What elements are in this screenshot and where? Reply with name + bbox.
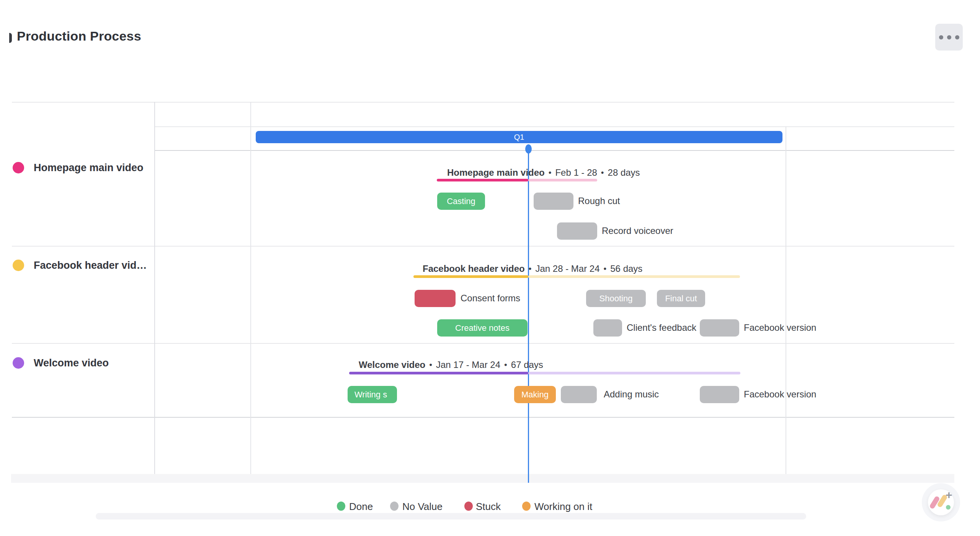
quarter-bar: Q1 — [256, 131, 782, 143]
group-progress-remaining — [528, 275, 740, 278]
legend-label-no-value: No Value — [402, 501, 443, 513]
task-label: Casting — [447, 196, 475, 206]
task-label-adding-music: Adding music — [604, 389, 659, 400]
group-color-dot — [13, 260, 24, 271]
group-progress-done — [413, 275, 528, 278]
task-bar-clients-feedback[interactable] — [593, 319, 622, 337]
column-divider — [154, 102, 155, 483]
group-duration: 67 days — [511, 360, 543, 370]
legend-dot-working-on-it — [522, 502, 531, 511]
group-progress-remaining — [528, 372, 740, 374]
legend-label-done: Done — [349, 501, 373, 513]
group-dates: Jan 28 - Mar 24 — [535, 263, 599, 274]
group-dates: Feb 1 - 28 — [555, 167, 597, 178]
bullet-separator: • — [604, 264, 607, 274]
group-name: Homepage main video — [447, 167, 545, 178]
legend-label-working-on-it: Working on it — [534, 501, 592, 513]
row-separator — [12, 246, 954, 247]
clipped-text-fragment — [9, 33, 12, 43]
quarter-label: Q1 — [514, 133, 524, 142]
group-color-dot — [13, 162, 24, 173]
group-duration: 28 days — [608, 167, 640, 178]
task-label: Writing s — [354, 390, 387, 400]
widget-menu-button[interactable] — [935, 24, 963, 51]
card-bottom-shadow — [96, 513, 806, 520]
group-header: Homepage main video • Feb 1 - 28 • 28 da… — [447, 167, 640, 178]
group-header: Welcome video • Jan 17 - Mar 24 • 67 day… — [359, 360, 543, 370]
bullet-separator: • — [429, 360, 432, 370]
footer-band — [11, 474, 954, 483]
group-duration: 56 days — [610, 263, 642, 274]
legend-dot-no-value — [390, 502, 399, 511]
group-header: Facebook header video • Jan 28 - Mar 24 … — [423, 263, 642, 274]
ellipsis-icon — [939, 35, 943, 39]
task-bar-rough-cut[interactable] — [534, 193, 573, 210]
task-label-facebook-version-2: Facebook version — [744, 389, 816, 400]
group-progress-done — [349, 372, 528, 374]
add-widget-button[interactable]: + — [928, 489, 954, 515]
column-divider — [250, 102, 251, 483]
task-label-consent-forms: Consent forms — [461, 293, 520, 304]
task-bar-facebook-version[interactable] — [700, 319, 739, 337]
task-bar-shooting[interactable]: Shooting — [586, 290, 646, 307]
task-label: Shooting — [599, 294, 633, 304]
today-line — [528, 149, 529, 483]
task-label-rough-cut: Rough cut — [578, 196, 620, 206]
task-label: Creative notes — [455, 323, 510, 333]
today-marker-dot[interactable] — [525, 144, 532, 154]
task-label-clients-feedback: Client's feedback — [627, 322, 696, 333]
task-bar-consent-forms[interactable] — [415, 290, 456, 307]
grid-line — [154, 126, 954, 127]
group-name: Welcome video — [359, 360, 425, 370]
task-label: Making — [521, 390, 549, 400]
gantt-widget: Production Process Q1 Homepage main vide… — [0, 0, 980, 536]
grid-line — [154, 150, 954, 151]
row-separator — [12, 417, 954, 418]
bullet-separator: • — [549, 168, 552, 178]
task-bar-record-voiceover[interactable] — [557, 222, 597, 240]
task-bar-facebook-version-2[interactable] — [700, 386, 739, 403]
bullet-separator: • — [504, 360, 507, 370]
sidebar-item-facebook-header-video[interactable]: Facebook header vid… — [34, 260, 147, 271]
sidebar-item-welcome-video[interactable]: Welcome video — [34, 357, 109, 369]
bullet-separator: • — [601, 168, 604, 178]
legend-label-stuck: Stuck — [476, 501, 501, 513]
task-label: Final cut — [665, 294, 697, 304]
grid-line-vertical — [786, 126, 786, 483]
bullet-separator: • — [529, 264, 532, 274]
group-dates: Jan 17 - Mar 24 — [436, 360, 500, 370]
plus-icon: + — [946, 489, 952, 502]
grid-line-top — [12, 102, 954, 103]
task-bar-writing-script[interactable]: Writing s — [348, 386, 397, 403]
task-label-record-voiceover: Record voiceover — [602, 226, 673, 236]
group-progress-remaining — [528, 179, 597, 181]
task-bar-casting[interactable]: Casting — [437, 193, 485, 210]
sidebar-item-homepage-main-video[interactable]: Homepage main video — [34, 162, 144, 174]
task-bar-creative-notes[interactable]: Creative notes — [437, 319, 528, 337]
task-bar-adding-music[interactable] — [561, 386, 597, 403]
task-bar-making[interactable]: Making — [514, 386, 556, 403]
legend-dot-stuck — [464, 502, 473, 511]
row-separator — [12, 343, 954, 344]
legend-dot-done — [337, 502, 345, 511]
group-color-dot — [13, 357, 24, 369]
page-title: Production Process — [17, 29, 141, 44]
group-progress-done — [437, 179, 528, 181]
task-bar-final-cut[interactable]: Final cut — [657, 290, 705, 307]
task-label-facebook-version: Facebook version — [744, 322, 816, 333]
group-name: Facebook header video — [423, 263, 525, 274]
